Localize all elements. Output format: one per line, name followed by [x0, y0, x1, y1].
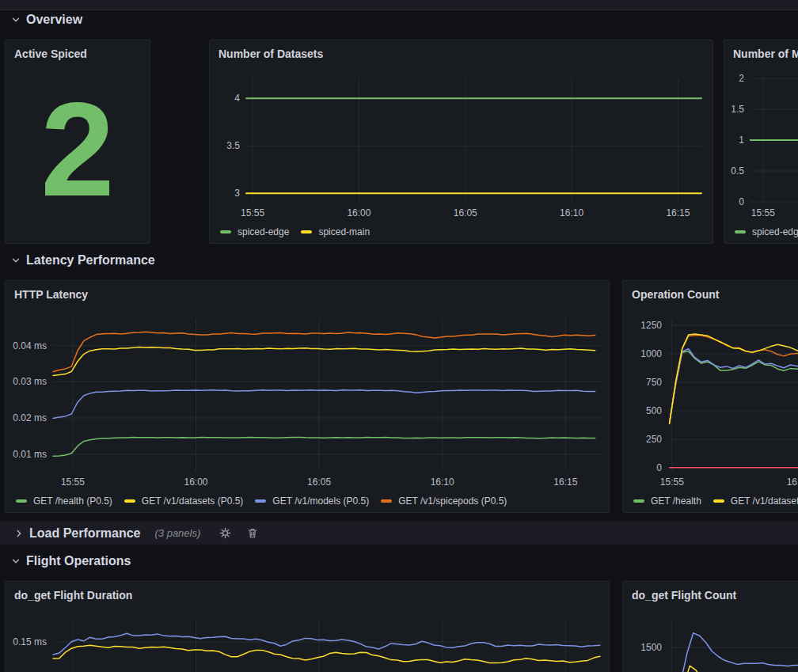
- section-label: Overview: [26, 13, 82, 27]
- y-tick-label: 0.5: [731, 165, 744, 177]
- chart-legend: GET /health (P0.5)GET /v1/datasets (P0.5…: [16, 493, 507, 509]
- legend-label: GET /v1/models (P0.5): [272, 495, 369, 507]
- chart-number-of-models[interactable]: 15:5516:0000.511.52spiced-edgespiced-mai…: [724, 67, 798, 243]
- chart-number-of-datasets[interactable]: 15:5516:0016:0516:1016:1533.54spiced-edg…: [210, 67, 712, 243]
- stat-value: 2: [6, 67, 150, 243]
- legend-item[interactable]: spiced-main: [301, 226, 370, 237]
- section-label: Latency Performance: [26, 253, 155, 268]
- stat-body: 2: [6, 67, 150, 243]
- legend-item[interactable]: GET /v1/models (P0.5): [255, 495, 369, 507]
- panel-do-get-flight-duration: do_get Flight Duration 15:5516:0016:0516…: [5, 581, 610, 672]
- chart-canvas: 15:5516:0016:0516:1016:150.01 ms0.02 ms0…: [6, 308, 609, 512]
- panel-title[interactable]: HTTP Latency: [6, 281, 609, 308]
- x-tick-label: 16:15: [666, 207, 690, 218]
- legend-label: spiced-main: [318, 226, 370, 237]
- panel-title[interactable]: Active Spiced: [6, 40, 150, 67]
- legend-swatch: [633, 499, 644, 503]
- delete-button[interactable]: [247, 527, 258, 539]
- panel-number-of-datasets: Number of Datasets 15:5516:0016:0516:101…: [209, 40, 713, 244]
- legend-swatch: [301, 230, 312, 233]
- y-tick-label: 4: [234, 93, 240, 104]
- x-tick-label: 16:15: [553, 476, 577, 488]
- chart-http-latency[interactable]: 15:5516:0016:0516:1016:150.01 ms0.02 ms0…: [6, 308, 609, 512]
- chart-canvas: 15:5516:0016:0516:1016:150.15 ms0.10 ms: [6, 609, 609, 672]
- x-tick-label: 16:00: [787, 476, 798, 488]
- legend-item[interactable]: GET /v1/datasets (P0.5): [124, 495, 244, 507]
- panel-title[interactable]: Number of Datasets: [210, 40, 712, 67]
- settings-button[interactable]: [219, 527, 231, 539]
- panel-title[interactable]: Operation Count: [623, 281, 798, 308]
- gear-icon: [219, 527, 231, 539]
- legend-item[interactable]: GET /health (P0.5): [16, 495, 112, 507]
- toolbar-bottom-edge: [0, 0, 798, 10]
- series-line: [53, 437, 595, 456]
- y-tick-label: 0.03 ms: [13, 376, 47, 387]
- legend-label: spiced-edge: [752, 226, 798, 237]
- series-line: [53, 347, 595, 376]
- x-tick-label: 16:05: [307, 476, 331, 488]
- chart-canvas: 15:5516:0016:0516:1016:1533.54: [210, 67, 712, 243]
- y-tick-label: 1: [739, 135, 744, 146]
- x-tick-label: 16:05: [454, 207, 477, 218]
- panel-number-of-models: Number of Models 15:5516:0000.511.52spic…: [724, 40, 798, 244]
- legend-swatch: [735, 230, 746, 233]
- x-tick-label: 15:55: [751, 207, 775, 218]
- legend-swatch: [220, 230, 231, 233]
- x-tick-label: 15:55: [241, 207, 264, 218]
- x-tick-label: 16:10: [431, 476, 454, 488]
- x-tick-label: 15:55: [660, 476, 684, 488]
- section-header-load-performance[interactable]: Load Performance (3 panels): [0, 522, 798, 545]
- y-tick-label: 1250: [640, 320, 662, 331]
- series-line: [53, 633, 600, 655]
- chart-legend: spiced-edgespiced-main: [735, 224, 798, 240]
- y-tick-label: 1000: [640, 348, 662, 359]
- panel-title[interactable]: do_get Flight Duration: [6, 582, 609, 609]
- panel-http-latency: HTTP Latency 15:5516:0016:0516:1016:150.…: [5, 280, 610, 513]
- chart-operation-count[interactable]: 15:5516:0016:05025050075010001250GET /he…: [623, 308, 798, 512]
- series-line: [53, 390, 595, 419]
- chart-do-get-flight-duration[interactable]: 15:5516:0016:0516:1016:150.15 ms0.10 msd…: [6, 609, 609, 672]
- x-tick-label: 16:00: [347, 207, 370, 218]
- x-tick-label: 16:00: [184, 476, 207, 488]
- legend-label: GET /v1/spicepods (P0.5): [398, 495, 507, 507]
- panel-title[interactable]: do_get Flight Count: [623, 582, 798, 609]
- legend-swatch: [16, 499, 27, 503]
- chevron-down-icon: [11, 256, 21, 265]
- legend-item[interactable]: spiced-edge: [220, 226, 289, 237]
- y-tick-label: 0.02 ms: [13, 412, 47, 423]
- section-header-flight-operations[interactable]: Flight Operations: [11, 554, 131, 568]
- series-line: [670, 351, 798, 423]
- section-header-latency-performance[interactable]: Latency Performance: [11, 253, 155, 268]
- chart-do-get-flight-count[interactable]: 15:5516:0016:0515001000do_get count Ado_…: [623, 609, 798, 672]
- legend-item[interactable]: GET /health: [633, 495, 701, 507]
- legend-item[interactable]: GET /v1/datasets: [713, 495, 798, 507]
- y-tick-label: 0: [656, 462, 662, 473]
- chart-legend: spiced-edgespiced-main: [220, 224, 370, 240]
- chart-canvas: 15:5516:0016:05025050075010001250: [623, 308, 798, 512]
- section-label: Flight Operations: [26, 554, 131, 568]
- panels-count: (3 panels): [154, 527, 200, 539]
- series-line: [53, 645, 600, 663]
- legend-item[interactable]: GET /v1/spicepods (P0.5): [381, 495, 507, 507]
- panel-title[interactable]: Number of Models: [724, 40, 798, 67]
- y-tick-label: 0.15 ms: [13, 636, 47, 647]
- legend-item[interactable]: spiced-edge: [735, 226, 798, 237]
- legend-swatch: [124, 499, 135, 503]
- panel-do-get-flight-count: do_get Flight Count 15:5516:0016:0515001…: [622, 581, 798, 672]
- grafana-dashboard: Overview Active Spiced 2 Number of Datas…: [0, 0, 798, 672]
- x-tick-label: 16:10: [560, 207, 583, 218]
- legend-label: GET /v1/datasets (P0.5): [142, 495, 244, 507]
- legend-label: GET /v1/datasets: [731, 495, 798, 507]
- chevron-down-icon: [11, 556, 21, 566]
- y-tick-label: 0: [739, 196, 744, 207]
- y-tick-label: 250: [646, 434, 662, 445]
- series-line: [674, 633, 798, 672]
- y-tick-label: 3.5: [226, 140, 240, 151]
- y-tick-label: 1500: [640, 642, 662, 653]
- series-line: [677, 666, 798, 672]
- trash-icon: [247, 527, 258, 539]
- y-tick-label: 1.5: [731, 104, 744, 115]
- chart-canvas: 15:5516:0000.511.52: [724, 67, 798, 243]
- y-tick-label: 2: [739, 73, 744, 84]
- section-header-overview[interactable]: Overview: [11, 13, 82, 27]
